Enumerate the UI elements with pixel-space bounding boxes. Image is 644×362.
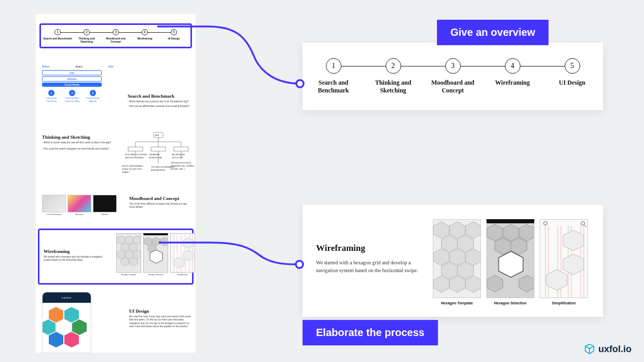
svg-marker-50 (174, 258, 184, 268)
callout-elaborate: Elaborate the process (303, 320, 438, 345)
portfolio-overview-highlight: 1 Search and Benchmark 2 Thinking and Sk… (39, 23, 192, 48)
svg-marker-77 (487, 275, 503, 292)
portfolio-ui-section: coveo UI Design We used the main Coveo l… (42, 292, 189, 357)
svg-text:QU'EST CE QUE C'EST: QU'EST CE QUE C'EST (122, 168, 142, 170)
svg-marker-58 (433, 222, 449, 238)
search-heading: Search and Benchmark (128, 93, 190, 99)
svg-marker-49 (183, 250, 194, 261)
portfolio-page: 1 Search and Benchmark 2 Thinking and Sk… (36, 14, 196, 353)
btn-app: App (42, 70, 102, 75)
pf-step-4: 4 Wireframing (130, 29, 159, 40)
svg-marker-56 (72, 319, 87, 335)
svg-marker-74 (495, 238, 511, 254)
svg-marker-51 (49, 307, 63, 323)
btn-social: Social Media (42, 83, 102, 87)
ov-step-4: 4 Wireframing (483, 58, 542, 87)
wire-detail-3 (540, 219, 588, 298)
svg-text:EXPLORER LE CONTENU: EXPLORER LE CONTENU (125, 154, 147, 156)
wire-detail-1 (433, 219, 481, 298)
svg-marker-61 (442, 235, 458, 252)
svg-marker-70 (465, 276, 481, 292)
svg-marker-64 (449, 249, 465, 265)
svg-line-90 (584, 225, 586, 227)
svg-marker-72 (503, 224, 519, 241)
phone-mockup: coveo (42, 292, 91, 353)
svg-marker-55 (64, 332, 79, 347)
logo-icon (584, 343, 595, 355)
uxfolio-logo: uxfol.io (584, 343, 632, 355)
svg-text:APP: APP (155, 134, 159, 137)
mindmap-sketch: APP EXPLORER LE CONTENU (ARTISTES, SCÈNE… (120, 129, 197, 179)
svg-marker-52 (64, 307, 79, 323)
svg-marker-75 (511, 238, 527, 254)
callout-overview: Give an overview (437, 20, 549, 45)
svg-point-95 (296, 261, 303, 268)
btn-website: Website (42, 76, 102, 82)
pf-step-3: 3 Moodboard and Concept (101, 29, 130, 43)
svg-rect-6 (128, 147, 143, 151)
svg-marker-34 (133, 250, 141, 259)
portfolio-wireframe-highlight: Wireframing We started with a hexagon gr… (38, 229, 194, 285)
svg-marker-41 (150, 250, 162, 263)
svg-marker-65 (465, 249, 481, 265)
wire-thumb-2 (143, 233, 168, 273)
think-heading: Thinking and Sketching (42, 135, 115, 140)
svg-text:TROUVER DES POINTS: TROUVER DES POINTS (171, 162, 191, 164)
pf-step-2: 2 Thinking and Sketching (72, 29, 101, 43)
svg-marker-39 (160, 237, 168, 246)
svg-marker-67 (458, 262, 474, 279)
svg-marker-32 (117, 250, 125, 259)
wire-thumb-3 (170, 233, 195, 273)
mood-image-3 (93, 195, 117, 212)
wire-detail-2 (486, 219, 535, 298)
svg-marker-62 (458, 235, 474, 252)
wireframe-card: Wireframing We started with a hexagon gr… (303, 205, 603, 317)
svg-marker-69 (449, 276, 465, 292)
portfolio-think-section: Thinking and Sketching - Which of social… (42, 135, 189, 184)
svg-marker-78 (519, 275, 535, 292)
svg-text:BOUFFE, WIFI...): BOUFFE, WIFI...) (171, 168, 185, 170)
svg-marker-76 (499, 251, 523, 277)
pf-step-1: 1 Search and Benchmark (43, 29, 72, 40)
svg-point-79 (527, 223, 531, 224)
svg-marker-71 (487, 224, 503, 241)
svg-text:(ARTISTES, SCÈNES): (ARTISTES, SCÈNES) (125, 156, 144, 159)
svg-marker-60 (465, 222, 481, 238)
svg-marker-27 (117, 236, 125, 244)
ov-step-3: 3 Moodboard and Concept (423, 58, 483, 95)
svg-text:À QUOI ÇA RESSEMBLE: À QUOI ÇA RESSEMBLE (122, 165, 143, 167)
svg-marker-57 (43, 319, 56, 335)
svg-marker-54 (49, 332, 63, 347)
svg-text:MON FESTIVAL: MON FESTIVAL (149, 157, 162, 159)
svg-rect-7 (151, 147, 166, 151)
overview-card: 1 Search and Benchmark 2 Thinking and Sk… (303, 43, 603, 110)
pf-step-5: 5 UI Design (159, 29, 188, 40)
svg-marker-93 (546, 270, 567, 290)
svg-marker-66 (442, 262, 458, 279)
mood-image-1 (42, 195, 66, 212)
svg-marker-63 (433, 249, 449, 265)
svg-marker-36 (129, 258, 138, 266)
svg-point-89 (581, 222, 585, 225)
svg-text:AGENDA PERSO: AGENDA PERSO (151, 169, 166, 171)
mood-image-2 (67, 195, 91, 212)
wire-detail-body: We started with a hexagon grid and devel… (316, 259, 433, 274)
svg-marker-59 (449, 222, 465, 238)
wire-thumb-1 (116, 233, 141, 273)
portfolio-moodboard-section: Lots of Information Minimalist Editorial… (42, 195, 189, 223)
svg-marker-35 (121, 258, 129, 266)
svg-marker-37 (144, 237, 152, 246)
portfolio-search-section: Before Event After App Website Social Me… (42, 65, 189, 125)
wire-detail-heading: Wireframing (316, 243, 433, 253)
svg-marker-28 (125, 236, 133, 244)
svg-rect-8 (174, 147, 188, 151)
svg-marker-53 (57, 319, 71, 335)
svg-text:ORGANISER: ORGANISER (149, 154, 160, 156)
svg-text:QUAND ?: QUAND ? (122, 171, 130, 173)
svg-marker-68 (433, 276, 449, 292)
search-tabs: Before Event After (42, 65, 189, 68)
ov-step-1: 1 Search and Benchmark (304, 58, 363, 95)
ui-heading: UI Design (129, 309, 191, 314)
svg-marker-33 (125, 250, 133, 259)
ov-step-5: 5 UI Design (542, 58, 602, 87)
